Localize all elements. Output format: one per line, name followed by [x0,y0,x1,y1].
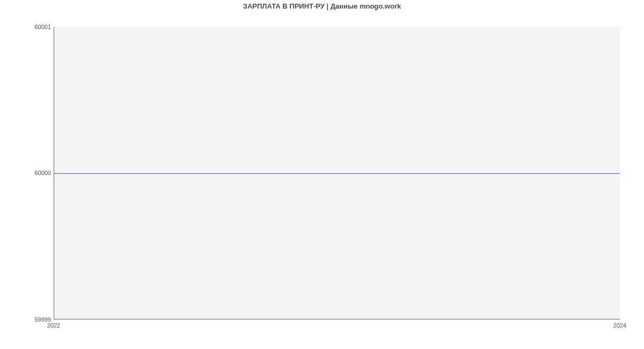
y-tick-mid: 60000 [34,170,51,176]
plot-area [54,27,620,319]
x-tick-right: 2024 [613,322,626,329]
y-tick-top: 60001 [34,24,51,30]
series-line [54,173,620,174]
chart-title: ЗАРПЛАТА В ПРИНТ-РУ | Данные mnogo.work [0,2,644,10]
x-tick-left: 2022 [47,322,60,329]
salary-chart: ЗАРПЛАТА В ПРИНТ-РУ | Данные mnogo.work … [0,0,644,349]
